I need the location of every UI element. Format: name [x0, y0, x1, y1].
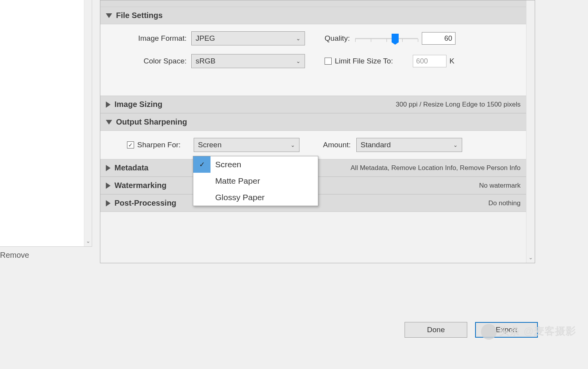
top-edge — [100, 0, 526, 7]
disclosure-right-icon — [106, 183, 111, 189]
section-title: Post-Processing — [114, 199, 176, 208]
chevron-down-icon: ⌄ — [453, 142, 458, 148]
section-title: Image Sizing — [114, 100, 162, 109]
dropdown-option-matte-paper[interactable]: Matte Paper — [193, 173, 318, 189]
left-panel: ⌄ — [0, 0, 92, 247]
left-scrollbar[interactable]: ⌄ — [84, 0, 92, 246]
limit-filesize-unit: K — [450, 57, 455, 65]
quality-input[interactable]: 60 — [422, 32, 456, 45]
check-icon: ✓ — [193, 156, 211, 173]
image-sizing-summary: 300 ppi / Resize Long Edge to 1500 pixel… — [396, 101, 521, 109]
chevron-down-icon: ⌄ — [290, 142, 295, 148]
done-button[interactable]: Done — [405, 322, 467, 338]
main-settings-panel: File Settings Image Format: JPEG ⌄ Quali… — [100, 0, 535, 263]
section-title: Watermarking — [114, 181, 167, 190]
watermarking-summary: No watermark — [479, 182, 521, 190]
check-placeholder — [193, 189, 211, 206]
amount-select[interactable]: Standard ⌄ — [356, 138, 462, 152]
disclosure-down-icon — [106, 120, 112, 125]
sharpen-for-checkbox[interactable]: ✓ — [127, 141, 134, 148]
section-header-image-sizing[interactable]: Image Sizing 300 ppi / Resize Long Edge … — [100, 96, 526, 113]
color-space-label: Color Space: — [108, 57, 187, 65]
output-sharpening-body: ✓ Sharpen For: Screen ⌄ Amount: Standard… — [100, 131, 526, 159]
section-title: Output Sharpening — [116, 118, 187, 127]
amount-value: Standard — [361, 141, 391, 149]
color-space-value: sRGB — [196, 57, 216, 65]
disclosure-down-icon — [106, 13, 112, 18]
sharpen-for-select[interactable]: Screen ⌄ — [194, 138, 299, 152]
sharpen-for-label: Sharpen For: — [137, 141, 188, 149]
image-format-value: JPEG — [196, 34, 215, 43]
sharpen-for-value: Screen — [198, 141, 221, 149]
limit-filesize-input[interactable]: 600 — [413, 55, 446, 67]
disclosure-right-icon — [106, 101, 111, 108]
sharpen-for-dropdown-popup: ✓ Screen Matte Paper Glossy Paper — [193, 156, 318, 206]
chevron-down-icon: ⌄ — [296, 58, 301, 64]
remove-link[interactable]: Remove — [0, 251, 29, 260]
section-header-file-settings[interactable]: File Settings — [100, 7, 526, 24]
export-button[interactable]: Export — [475, 322, 538, 338]
check-placeholder — [193, 173, 211, 189]
section-header-output-sharpening[interactable]: Output Sharpening — [100, 113, 526, 131]
image-format-select[interactable]: JPEG ⌄ — [191, 31, 305, 45]
quality-label: Quality: — [325, 34, 350, 43]
file-settings-body: Image Format: JPEG ⌄ Quality: 60 Color S… — [100, 24, 526, 96]
amount-label: Amount: — [323, 141, 351, 149]
limit-filesize-checkbox[interactable] — [325, 58, 332, 65]
chevron-down-icon: ⌄ — [296, 35, 301, 42]
dropdown-option-glossy-paper[interactable]: Glossy Paper — [193, 189, 318, 206]
disclosure-right-icon — [106, 165, 111, 171]
dropdown-option-label: Glossy Paper — [211, 193, 265, 202]
post-processing-summary: Do nothing — [488, 199, 521, 207]
main-scrollbar[interactable]: ⌄ — [526, 0, 535, 263]
metadata-summary: All Metadata, Remove Location Info, Remo… — [350, 164, 521, 172]
dropdown-option-screen[interactable]: ✓ Screen — [193, 156, 318, 173]
limit-filesize-label: Limit File Size To: — [335, 57, 393, 65]
image-format-label: Image Format: — [108, 34, 187, 43]
quality-slider[interactable] — [355, 38, 418, 39]
dropdown-option-label: Screen — [211, 160, 241, 169]
dropdown-option-label: Matte Paper — [211, 176, 260, 186]
quality-slider-thumb[interactable] — [392, 34, 399, 42]
section-title: File Settings — [116, 11, 163, 20]
section-title: Metadata — [114, 163, 149, 172]
footer-buttons: Done Export — [405, 322, 538, 338]
color-space-select[interactable]: sRGB ⌄ — [191, 54, 305, 68]
disclosure-right-icon — [106, 200, 111, 206]
